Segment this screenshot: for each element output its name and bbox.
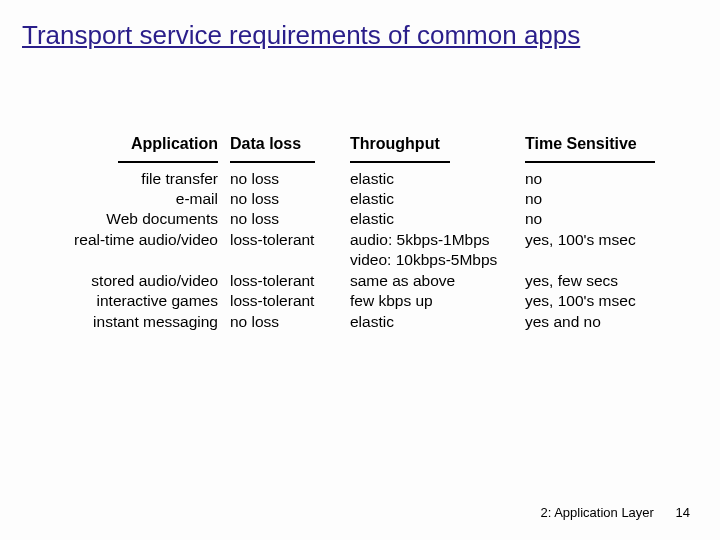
table-cell: no: [525, 189, 690, 209]
table-cell: loss-tolerant: [230, 271, 350, 291]
slide-footer: 2: Application Layer 14: [540, 505, 690, 520]
footer-section: 2: Application Layer: [540, 505, 653, 520]
header-rule: [525, 161, 655, 163]
table-cell: [525, 250, 690, 270]
table-cell: [55, 250, 230, 270]
table-cell: same as above: [350, 271, 525, 291]
table-cell: stored audio/video: [55, 271, 230, 291]
table-cell: elastic: [350, 312, 525, 332]
table-cell: no loss: [230, 312, 350, 332]
table-cell: no loss: [230, 189, 350, 209]
table-cell: audio: 5kbps-1Mbps: [350, 230, 525, 250]
col-header-application: Application: [55, 135, 230, 161]
header-rule: [350, 161, 450, 163]
table-cell: interactive games: [55, 291, 230, 311]
table-cell: no loss: [230, 169, 350, 189]
table-cell: no: [525, 209, 690, 229]
table-cell: Web documents: [55, 209, 230, 229]
col-header-data-loss: Data loss: [230, 135, 350, 161]
table-cell: few kbps up: [350, 291, 525, 311]
table-cell: [230, 250, 350, 270]
table-cell: elastic: [350, 209, 525, 229]
table-cell: loss-tolerant: [230, 291, 350, 311]
table-cell: real-time audio/video: [55, 230, 230, 250]
col-header-throughput: Throughput: [350, 135, 525, 161]
table-cell: no: [525, 169, 690, 189]
table-cell: e-mail: [55, 189, 230, 209]
table-cell: yes, few secs: [525, 271, 690, 291]
table-cell: elastic: [350, 169, 525, 189]
table-cell: yes, 100's msec: [525, 291, 690, 311]
header-rule: [118, 161, 218, 163]
table-cell: no loss: [230, 209, 350, 229]
table-cell: elastic: [350, 189, 525, 209]
header-rule: [230, 161, 315, 163]
table-cell: instant messaging: [55, 312, 230, 332]
table-cell: video: 10kbps-5Mbps: [350, 250, 525, 270]
footer-page-number: 14: [676, 505, 690, 520]
requirements-table: Application Data loss Throughput Time Se…: [55, 135, 690, 332]
col-header-time-sensitive: Time Sensitive: [525, 135, 690, 161]
table-cell: yes and no: [525, 312, 690, 332]
slide-title: Transport service requirements of common…: [0, 0, 720, 61]
table-cell: yes, 100's msec: [525, 230, 690, 250]
table-cell: loss-tolerant: [230, 230, 350, 250]
table-cell: file transfer: [55, 169, 230, 189]
